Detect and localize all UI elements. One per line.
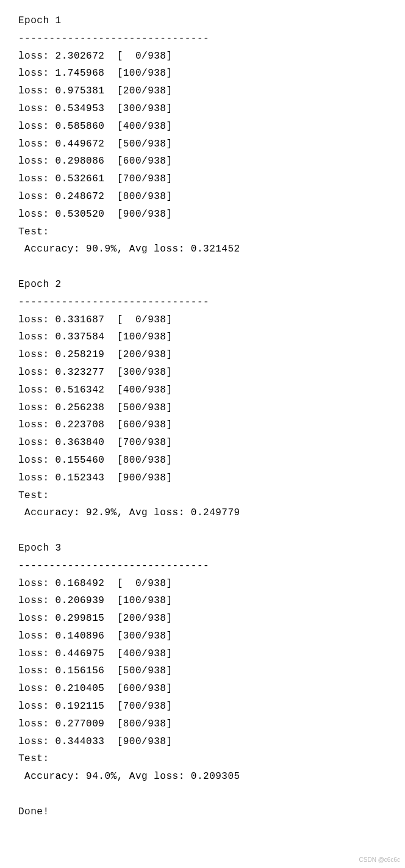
loss-line: loss: 0.344033 [900/938] xyxy=(18,733,387,751)
test-label: Test: xyxy=(18,223,387,241)
loss-line: loss: 0.258219 [200/938] xyxy=(18,346,387,364)
test-label: Test: xyxy=(18,487,387,505)
blank-line xyxy=(18,786,387,803)
loss-line: loss: 0.446975 [400/938] xyxy=(18,645,387,663)
loss-line: loss: 0.277009 [800/938] xyxy=(18,715,387,733)
loss-line: loss: 0.156156 [500/938] xyxy=(18,662,387,680)
test-accuracy-line: Accuracy: 94.0%, Avg loss: 0.209305 xyxy=(18,768,387,786)
loss-line: loss: 0.532661 [700/938] xyxy=(18,170,387,188)
blank-line xyxy=(18,522,387,540)
training-output: Epoch 1-------------------------------lo… xyxy=(0,0,405,833)
loss-line: loss: 1.745968 [100/938] xyxy=(18,65,387,82)
blank-line xyxy=(18,258,387,276)
loss-line: loss: 0.140896 [300/938] xyxy=(18,627,387,645)
loss-line: loss: 0.331687 [ 0/938] xyxy=(18,311,387,329)
test-accuracy-line: Accuracy: 92.9%, Avg loss: 0.249779 xyxy=(18,504,387,522)
epoch-header: Epoch 2 xyxy=(18,276,387,294)
loss-line: loss: 0.363840 [700/938] xyxy=(18,434,387,452)
loss-line: loss: 0.298086 [600/938] xyxy=(18,153,387,170)
loss-line: loss: 0.516342 [400/938] xyxy=(18,382,387,399)
loss-line: loss: 0.152343 [900/938] xyxy=(18,469,387,487)
loss-line: loss: 0.337584 [100/938] xyxy=(18,328,387,346)
test-accuracy-line: Accuracy: 90.9%, Avg loss: 0.321452 xyxy=(18,241,387,258)
done-line: Done! xyxy=(18,803,387,821)
loss-line: loss: 0.192115 [700/938] xyxy=(18,698,387,715)
epoch-separator: ------------------------------- xyxy=(18,30,387,48)
loss-line: loss: 2.302672 [ 0/938] xyxy=(18,48,387,65)
loss-line: loss: 0.449672 [500/938] xyxy=(18,136,387,153)
test-label: Test: xyxy=(18,750,387,768)
loss-line: loss: 0.975381 [200/938] xyxy=(18,82,387,100)
epoch-header: Epoch 3 xyxy=(18,540,387,557)
loss-line: loss: 0.534953 [300/938] xyxy=(18,100,387,118)
loss-line: loss: 0.299815 [200/938] xyxy=(18,610,387,627)
loss-line: loss: 0.168492 [ 0/938] xyxy=(18,575,387,593)
epoch-header: Epoch 1 xyxy=(18,12,387,30)
loss-line: loss: 0.248672 [800/938] xyxy=(18,188,387,206)
epoch-separator: ------------------------------- xyxy=(18,557,387,575)
loss-line: loss: 0.530520 [900/938] xyxy=(18,206,387,223)
loss-line: loss: 0.256238 [500/938] xyxy=(18,399,387,417)
loss-line: loss: 0.155460 [800/938] xyxy=(18,452,387,469)
loss-line: loss: 0.206939 [100/938] xyxy=(18,592,387,610)
loss-line: loss: 0.323277 [300/938] xyxy=(18,364,387,382)
epoch-separator: ------------------------------- xyxy=(18,294,387,311)
loss-line: loss: 0.585860 [400/938] xyxy=(18,118,387,136)
loss-line: loss: 0.223708 [600/938] xyxy=(18,416,387,434)
loss-line: loss: 0.210405 [600/938] xyxy=(18,680,387,698)
